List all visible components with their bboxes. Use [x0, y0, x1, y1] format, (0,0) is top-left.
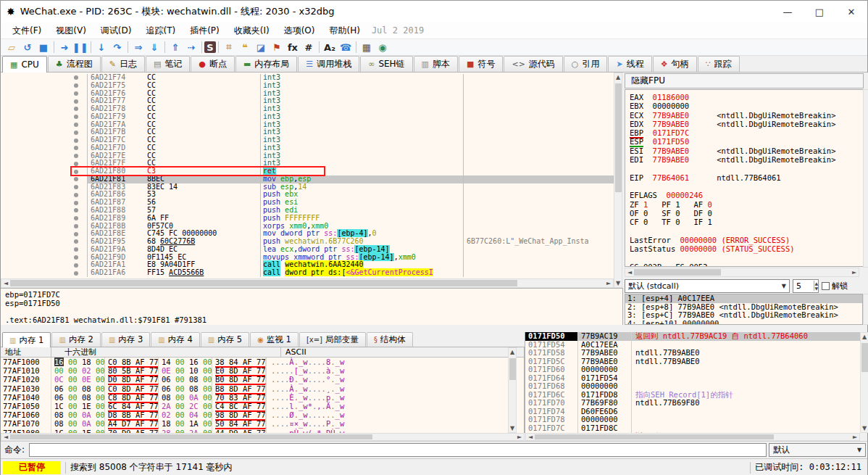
execute-till-return-icon[interactable]: ⇑ [167, 40, 183, 54]
disassembly-panel[interactable]: 6AD21F74CCint36AD21F75CCint36AD21F76CCin… [1, 73, 622, 288]
tab-源代码[interactable]: <>源代码 [504, 56, 562, 72]
registers-view[interactable]: EAX 01186000EBX 00000000ECX 77B9ABE0 <nt… [625, 89, 864, 267]
menu-item[interactable]: 收藏夹(I) [227, 22, 277, 39]
dump-row[interactable]: 77AF104006 00 08 00C8 8D AF 7708 00 0A 0… [1, 393, 524, 402]
breakpoint-gutter[interactable] [1, 97, 88, 105]
breakpoint-gutter[interactable] [1, 105, 88, 113]
breakpoint-gutter[interactable] [1, 74, 88, 82]
breakpoint-gutter[interactable] [1, 152, 88, 160]
dump-vscrollbar[interactable]: ▲ ▼ [508, 347, 517, 433]
registers-vscrollbar[interactable] [863, 89, 868, 268]
menu-item[interactable]: 追踪(T) [138, 22, 183, 39]
astyle-icon[interactable]: A₂ [322, 40, 338, 54]
step-down-icon[interactable]: ⇓ [146, 40, 162, 54]
argument-row[interactable]: 3: [esp+C] 77B9ABE0 <ntdll.DbgUiRemoteBr… [625, 311, 862, 320]
breakpoint-gutter[interactable] [1, 168, 88, 175]
menu-item[interactable]: 选项(O) [277, 22, 322, 39]
call-arguments-view[interactable]: 1: [esp+4] A0C17EEA2: [esp+8] 77B9ABE0 <… [625, 294, 863, 325]
tab-内存 1[interactable]: ▥内存 1 [2, 332, 51, 347]
scroll-up-arrow[interactable]: ▲ [614, 74, 622, 80]
scroll-thumb[interactable] [10, 434, 372, 439]
tab-调用堆栈[interactable]: ☰调用堆栈 [298, 56, 359, 72]
comments-icon[interactable]: ❝ [237, 40, 253, 54]
stack-row[interactable]: 0171FD6800000000 [525, 382, 868, 391]
scroll-down-arrow[interactable]: ▼ [614, 280, 622, 286]
tab-内存 2[interactable]: ▥内存 2 [51, 332, 100, 347]
tab-脚本[interactable]: ▥脚本 [414, 56, 458, 72]
stack-row[interactable]: 0171FD6C0171FDD8指向SEH_Record[1]的指针 [525, 391, 868, 400]
calculator-icon[interactable]: ▦ [359, 40, 375, 54]
disasm-row[interactable]: 6AD21F79CCint3 [1, 113, 614, 121]
breakpoint-gutter[interactable] [1, 82, 88, 90]
breakpoint-gutter[interactable] [1, 246, 88, 254]
breakpoint-gutter[interactable] [1, 215, 88, 223]
stack-row[interactable]: 0171FD640171FD54 [525, 374, 868, 383]
breakpoint-gutter[interactable] [1, 261, 88, 269]
argument-row[interactable]: 1: [esp+4] A0C17EEA [625, 294, 862, 303]
tab-局部变量[interactable]: [x=]局部变量 [299, 332, 366, 347]
stack-hscrollbar[interactable]: ◄ ► [525, 433, 860, 441]
scylla-icon[interactable]: S [204, 41, 216, 53]
scroll-left-arrow[interactable]: ◄ [526, 434, 535, 440]
breakpoint-gutter[interactable] [1, 128, 88, 136]
stack-row[interactable]: 0171FD7C0171FD8C [525, 424, 868, 433]
tab-监视 1[interactable]: ◉监视 1 [250, 332, 299, 347]
tab-断点[interactable]: ●断点 [191, 56, 235, 72]
scroll-thumb[interactable] [509, 358, 516, 380]
stack-row[interactable]: 0171FD5077B9AC19返回到 ntdll.77B9AC19 自 ntd… [525, 332, 868, 341]
globe-icon[interactable]: ◉ [375, 40, 391, 54]
scroll-up-arrow[interactable]: ▲ [861, 334, 868, 340]
tab-结构体[interactable]: §结构体 [367, 332, 413, 347]
tab-CPU[interactable]: ▦CPU [2, 56, 47, 73]
run-icon[interactable]: ➜ [57, 40, 72, 54]
breakpoint-gutter[interactable] [1, 113, 88, 121]
breakpoint-gutter[interactable] [1, 175, 88, 183]
scroll-up-arrow[interactable]: ▲ [509, 349, 516, 355]
stack-row[interactable]: 0171FD5C77B9ABE0ntdll.77B9ABE0 [525, 358, 868, 366]
dump-row[interactable]: 77AF10501C 00 1E 006C 84 AF 772A 00 2C 0… [1, 402, 524, 410]
breakpoint-gutter[interactable] [1, 230, 88, 238]
scroll-thumb[interactable] [634, 269, 721, 276]
dump-row[interactable]: 77AF10200C 00 0E 00D0 8D AF 7706 00 08 0… [1, 375, 524, 384]
spinner-buttons[interactable]: ▲▼ [814, 281, 818, 291]
open-folder-icon[interactable]: ▱ [4, 40, 20, 54]
scroll-thumb[interactable] [535, 434, 774, 439]
stack-row[interactable]: 0171FD6000000000 [525, 365, 868, 374]
tab-内存 5[interactable]: ▥内存 5 [201, 332, 249, 347]
tab-笔记[interactable]: ▤笔记 [146, 56, 190, 72]
menu-item[interactable]: 调试(D) [93, 22, 139, 39]
breakpoint-gutter[interactable] [1, 254, 88, 262]
tab-符号[interactable]: ■符号 [459, 56, 503, 72]
dump-row[interactable]: 77AF106008 00 0A 00D8 8B AF 7702 00 04 0… [1, 410, 524, 419]
argument-row[interactable]: 4: [esp+10] 00000000 [625, 320, 862, 326]
tab-SEH链[interactable]: ∞SEH链 [360, 56, 412, 72]
arguments-vscrollbar[interactable] [863, 294, 868, 325]
breakpoint-gutter[interactable] [1, 238, 88, 246]
scroll-thumb[interactable] [615, 83, 622, 192]
tab-句柄[interactable]: ❖句柄 [653, 56, 697, 72]
stack-panel[interactable]: 0171FD5077B9AC19返回到 ntdll.77B9AC19 自 ntd… [525, 332, 868, 433]
tab-日志[interactable]: ✎日志 [101, 56, 145, 72]
breakpoint-gutter[interactable] [1, 207, 88, 215]
scroll-thumb[interactable] [861, 343, 868, 372]
breakpoint-gutter[interactable] [1, 90, 88, 98]
stack-vscrollbar[interactable]: ▲ ▼ [860, 332, 868, 433]
step-into-icon[interactable]: ↓ [93, 40, 109, 54]
dump-row[interactable]: 77AF100016 00 18 00C0 8B AF 7714 00 16 0… [1, 358, 524, 366]
attach-icon[interactable]: ⇢ [183, 40, 199, 54]
dump-row[interactable]: 77AF101000 00 02 0080 5B AF 770E 00 10 0… [1, 366, 524, 375]
scroll-right-arrow[interactable]: ► [850, 269, 859, 276]
run-to-selection-icon[interactable]: ⇒ [130, 40, 146, 54]
tab-内存 4[interactable]: ▥内存 4 [151, 332, 199, 347]
stack-row[interactable]: 0171FD74D60FE6D6 [525, 408, 868, 416]
scroll-left-arrow[interactable]: ◄ [1, 434, 10, 440]
functions-icon[interactable]: fx [285, 40, 301, 54]
breakpoint-gutter[interactable] [1, 223, 88, 231]
tab-线程[interactable]: ➤线程 [608, 56, 651, 72]
tab-跟踪[interactable]: ∵跟踪 [698, 56, 740, 72]
stack-row[interactable]: 0171FD54A0C17EEA [525, 341, 868, 350]
disasm-row[interactable]: 6AD21F75CCint3 [1, 82, 614, 90]
tab-流程图[interactable]: ♣流程图 [48, 56, 101, 72]
command-profile-dropdown[interactable]: 默认 ▼ [769, 443, 866, 457]
scroll-down-arrow[interactable]: ▼ [509, 425, 516, 431]
